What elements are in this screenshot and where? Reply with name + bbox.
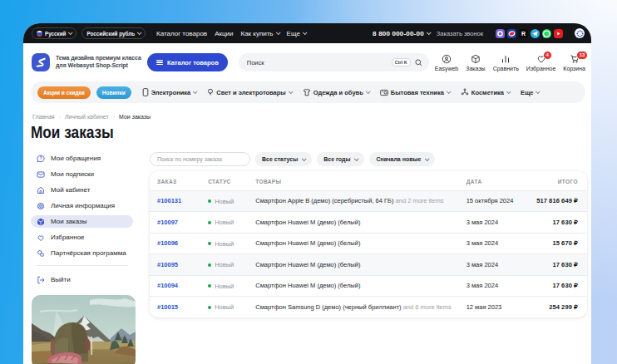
svg-text:R: R: [521, 31, 526, 37]
svg-text:?: ?: [40, 155, 42, 160]
